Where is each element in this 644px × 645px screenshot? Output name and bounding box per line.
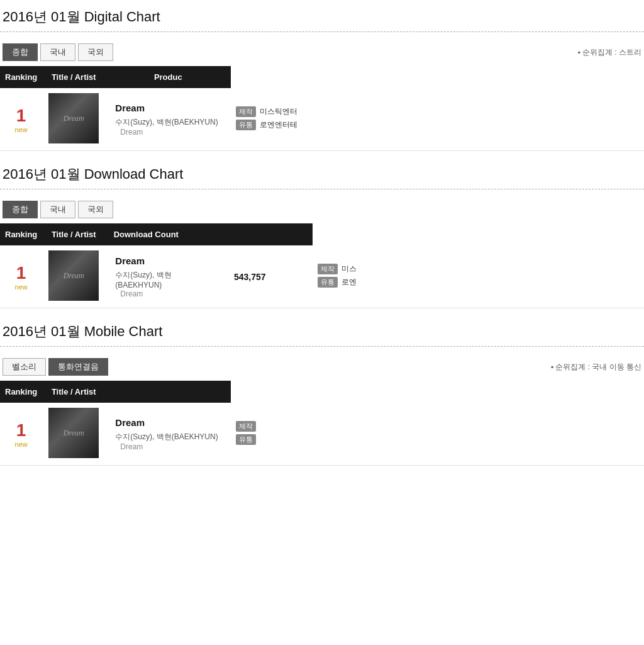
table-row: 1 new Dream Dream 수지(Suzy), 백현(BAEKHYUN)… [0,245,644,308]
prod-label-1: 제작 [236,106,256,117]
rank-number: 1 [3,263,40,283]
table-row: 1 new Dream Dream 수지(Suzy), 백현(BAEKHYUN)… [0,88,644,151]
digital-chart-table: Ranking Title / Artist Produc 1 new Drea… [0,66,644,151]
digital-tab-bar: 종합 국내 국외 ▪ 순위집계 : 스트리 [0,38,644,66]
mobile-col-production [105,381,231,403]
download-chart-title: 2016년 01월 Download Chart [0,157,644,189]
rank-cell: 1 new [0,403,42,466]
download-tab-bar: 종합 국내 국외 [0,196,644,223]
album-cell: Dream [42,88,105,151]
album-cell: Dream [42,403,105,466]
download-col-ranking: Ranking [0,223,42,245]
production-row-2: 유통 로엔엔터테 [236,120,639,130]
rank-badge: new [3,283,40,291]
prod-label-1: 제작 [236,421,256,432]
rank-number: 1 [3,106,40,126]
title-cell: Dream 수지(Suzy), 백현(BAEKHYUN) Dream [105,245,187,308]
production-row-2: 유통 로엔 [318,277,639,288]
production-row-1: 제작 [236,421,639,432]
mobile-col-title: Title / Artist [42,381,105,403]
download-col-production [187,223,313,245]
download-tab-jonghap[interactable]: 종합 [3,201,38,218]
album-cell: Dream [42,245,105,308]
rank-cell: 1 new [0,245,42,308]
production-row-1: 제작 미스틱엔터 [236,106,639,117]
title-cell: Dream 수지(Suzy), 백현(BAEKHYUN) Dream [105,88,231,151]
song-title: Dream [115,103,221,113]
song-album: Dream [120,128,143,137]
download-chart-section: 2016년 01월 Download Chart 종합 국내 국외 Rankin… [0,157,644,308]
prod-value-1: 미스 [341,264,357,274]
table-row: 1 new Dream Dream 수지(Suzy), 백현(BAEKHYUN)… [0,403,644,466]
rank-badge: new [3,126,40,133]
mobile-chart-table: Ranking Title / Artist 1 new Dream Dream [0,381,644,466]
download-col-count: Download Count [105,223,187,245]
album-image: Dream [48,250,99,301]
rank-number: 1 [3,420,40,440]
download-count-cell: 543,757 [187,245,313,308]
digital-tab-jonghap[interactable]: 종합 [3,43,38,61]
mobile-rank-note: ▪ 순위집계 : 국내 이동 통신 [551,362,641,373]
download-tab-gukoe[interactable]: 국외 [78,201,113,218]
song-meta: 수지(Suzy), 백현(BAEKHYUN) Dream [115,432,221,451]
mobile-tab-tongwa[interactable]: 통화연결음 [48,358,108,376]
digital-col-production: Produc [105,66,231,88]
digital-chart-section: 2016년 01월 Digital Chart 종합 국내 국외 ▪ 순위집계 … [0,0,644,151]
song-title: Dream [115,255,177,266]
prod-value-1: 미스틱엔터 [260,106,297,117]
album-art: Dream [48,408,99,458]
prod-value-2: 로엔엔터테 [260,120,297,130]
prod-label-1: 제작 [318,264,338,274]
song-artist: 수지(Suzy), 백현(BAEKHYUN) [115,432,218,441]
digital-tab-gukoe[interactable]: 국외 [78,43,113,61]
song-album: Dream [120,289,143,298]
mobile-chart-title: 2016년 01월 Mobile Chart [0,315,644,346]
album-image: Dream [48,408,99,458]
prod-label-2: 유통 [318,277,338,288]
digital-col-title: Title / Artist [42,66,105,88]
download-col-title: Title / Artist [42,223,105,245]
album-art: Dream [48,93,99,143]
production-cell: 제작 미스틱엔터 유통 로엔엔터테 [231,88,644,151]
prod-value-2: 로엔 [341,277,357,288]
prod-label-2: 유통 [236,434,256,445]
production-cell: 제작 유통 [231,403,644,466]
digital-chart-title: 2016년 01월 Digital Chart [0,0,644,31]
prod-label-2: 유통 [236,120,256,130]
mobile-col-ranking: Ranking [0,381,42,403]
mobile-tab-bar: 벨소리 통화연결음 ▪ 순위집계 : 국내 이동 통신 [0,353,644,381]
album-art: Dream [48,250,99,301]
song-meta: 수지(Suzy), 백현(BAEKHYUN) Dream [115,117,221,137]
production-row-1: 제작 미스 [318,264,639,274]
song-meta: 수지(Suzy), 백현(BAEKHYUN) Dream [115,270,177,298]
production-cell: 제작 미스 유통 로엔 [313,245,644,308]
digital-tab-gukne[interactable]: 국내 [40,43,75,61]
album-image: Dream [48,93,99,143]
download-tab-gukne[interactable]: 국내 [40,201,75,218]
digital-rank-note: ▪ 순위집계 : 스트리 [577,47,641,58]
song-artist: 수지(Suzy), 백현(BAEKHYUN) [115,118,218,126]
song-title: Dream [115,417,221,428]
song-album: Dream [120,442,143,451]
production-row-2: 유통 [236,434,639,445]
song-artist: 수지(Suzy), 백현(BAEKHYUN) [115,271,171,289]
digital-col-ranking: Ranking [0,66,42,88]
title-cell: Dream 수지(Suzy), 백현(BAEKHYUN) Dream [105,403,231,466]
mobile-chart-section: 2016년 01월 Mobile Chart 벨소리 통화연결음 ▪ 순위집계 … [0,315,644,466]
rank-badge: new [3,440,40,448]
download-chart-table: Ranking Title / Artist Download Count 1 … [0,223,644,308]
mobile-tab-belsori[interactable]: 벨소리 [3,358,46,376]
rank-cell: 1 new [0,88,42,151]
